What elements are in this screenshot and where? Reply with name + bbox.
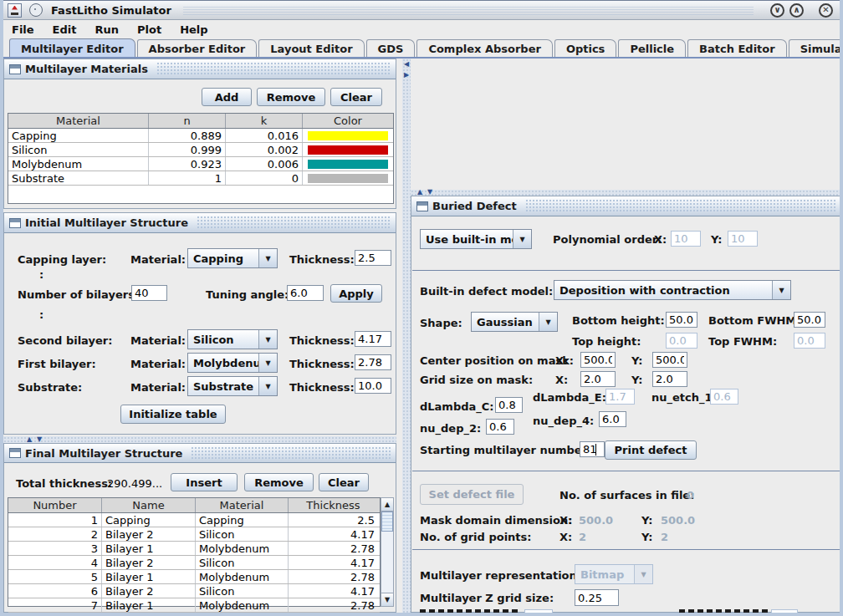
grid-x-field[interactable]	[580, 371, 616, 387]
tuning-angle-field[interactable]	[287, 285, 324, 301]
tab-simulation[interactable]: Simulation	[789, 39, 843, 57]
layer-row[interactable]: 3 Bilayer 1 Molybdenum 2.78	[8, 542, 380, 556]
materials-remove-button[interactable]: Remove	[257, 88, 325, 106]
clipped-label	[679, 609, 769, 613]
final-insert-button[interactable]: Insert	[171, 473, 238, 491]
collapse-up-icon[interactable]: ▲	[27, 436, 32, 443]
color-swatch[interactable]	[308, 160, 388, 169]
thickness-label: Thickness:	[289, 334, 355, 347]
menu-plot[interactable]: Plot	[137, 23, 161, 36]
starting-multilayer-field[interactable]	[580, 441, 605, 457]
title-bar[interactable]: FastLitho Simulator ∨ ∧ ✕	[3, 0, 840, 20]
collapse-left-icon[interactable]: ◀	[402, 61, 411, 68]
section-separator	[412, 471, 840, 471]
capping-thickness-field[interactable]	[355, 250, 391, 266]
col-header-material[interactable]: Material	[196, 498, 289, 512]
menu-edit[interactable]: Edit	[53, 23, 77, 36]
total-thickness-label: Total thickness:	[16, 477, 112, 490]
tab-optics[interactable]: Optics	[554, 39, 616, 57]
apply-button[interactable]: Apply	[330, 284, 382, 303]
final-clear-button[interactable]: Clear	[319, 473, 369, 491]
capping-material-combo[interactable]: Capping▼	[187, 248, 278, 268]
minimize-button[interactable]: ∨	[770, 3, 784, 18]
layer-row[interactable]: 2 Bilayer 2 Silicon 4.17	[8, 527, 380, 542]
center-x-field[interactable]	[580, 352, 616, 368]
col-header-k[interactable]: k	[226, 114, 303, 128]
tab-absorber-editor[interactable]: Absorber Editor	[137, 39, 258, 57]
top-fwhm-field	[794, 333, 825, 349]
second-bilayer-thickness-field[interactable]	[355, 331, 391, 347]
mask-domain-x-value: 500.0	[579, 514, 613, 527]
final-table-scrollbar[interactable]: ▲ ▼	[381, 497, 394, 607]
final-remove-button[interactable]: Remove	[244, 473, 314, 491]
scroll-down-icon[interactable]: ▼	[381, 593, 393, 606]
multilayer-representation-combo: Bitmap▼	[575, 564, 653, 584]
first-bilayer-material-combo[interactable]: Molybdenum▼	[187, 353, 278, 373]
second-bilayer-material-combo[interactable]: Silicon▼	[187, 329, 278, 349]
material-row[interactable]: Capping 0.889 0.016	[8, 129, 393, 143]
materials-add-button[interactable]: Add	[202, 88, 252, 106]
vertical-divider[interactable]: ◀ ▶	[402, 59, 411, 613]
app-icon[interactable]	[8, 3, 22, 18]
z-grid-size-field[interactable]	[575, 589, 619, 606]
shape-combo[interactable]: Gaussian▼	[471, 312, 558, 332]
left-horizontal-divider[interactable]: ▲ ▼	[3, 436, 396, 443]
tab-layout-editor[interactable]: Layout Editor	[258, 39, 364, 57]
scroll-up-icon[interactable]: ▲	[381, 498, 393, 512]
dlambda-c-field[interactable]	[495, 397, 523, 413]
col-header-name[interactable]: Name	[102, 498, 196, 512]
layer-row[interactable]: 7 Bilayer 1 Molybdenum 2.78	[8, 598, 380, 613]
layer-row[interactable]: 4 Bilayer 2 Silicon 4.17	[8, 556, 380, 570]
bottom-fwhm-field[interactable]	[794, 312, 825, 328]
col-header-thickness[interactable]: Thickness	[289, 498, 378, 512]
print-defect-button[interactable]: Print defect	[605, 440, 697, 460]
grid-y-field[interactable]	[652, 371, 687, 387]
col-header-n[interactable]: n	[149, 114, 226, 128]
col-header-material[interactable]: Material	[8, 114, 149, 128]
clipped-field	[771, 609, 798, 613]
color-swatch[interactable]	[308, 131, 388, 140]
defect-model-combo[interactable]: Use built-in model▼	[420, 229, 532, 249]
multilayer-materials-panel: Multilayer Materials Add Remove Clear Ma…	[3, 59, 396, 209]
center-y-field[interactable]	[652, 352, 687, 368]
layer-row[interactable]: 5 Bilayer 1 Molybdenum 2.78	[8, 570, 380, 584]
layer-row[interactable]: 1 Capping Capping 2.5	[8, 513, 380, 527]
nu-dep2-field[interactable]	[486, 419, 514, 435]
col-header-number[interactable]: Number	[8, 498, 102, 512]
materials-clear-button[interactable]: Clear	[330, 88, 382, 106]
menu-help[interactable]: Help	[180, 23, 207, 36]
tab-complex-absorber[interactable]: Complex Absorber	[416, 39, 553, 57]
substrate-thickness-field[interactable]	[355, 378, 391, 394]
num-bilayers-field[interactable]	[131, 285, 167, 301]
tab-gds[interactable]: GDS	[366, 39, 416, 57]
right-horizontal-divider[interactable]: ▲ ▼	[411, 190, 843, 196]
material-row[interactable]: Silicon 0.999 0.002	[8, 143, 393, 157]
bottom-height-field[interactable]	[666, 312, 697, 328]
layer-row[interactable]: 6 Bilayer 2 Silicon 4.17	[8, 584, 380, 598]
nu-dep4-field[interactable]	[599, 411, 626, 427]
scrollbar-thumb[interactable]	[381, 512, 393, 532]
collapse-down-icon[interactable]: ▼	[37, 436, 42, 443]
tab-pellicle[interactable]: Pellicle	[618, 39, 686, 57]
maximize-button[interactable]: ∧	[789, 3, 804, 18]
initialize-table-button[interactable]: Initialize table	[120, 405, 226, 424]
material-row[interactable]: Molybdenum 0.923 0.006	[8, 157, 393, 171]
color-swatch[interactable]	[308, 145, 388, 155]
first-bilayer-thickness-field[interactable]	[355, 354, 391, 370]
material-row[interactable]: Substrate 1 0	[8, 171, 393, 186]
color-swatch[interactable]	[308, 174, 388, 183]
collapse-up-icon[interactable]: ▲	[417, 189, 422, 196]
tab-multilayer-editor[interactable]: Multilayer Editor	[9, 38, 135, 57]
close-button[interactable]: ✕	[819, 3, 833, 18]
collapse-down-icon[interactable]: ▼	[427, 189, 432, 196]
nu-dep2-label: nu_dep_2:	[420, 422, 481, 435]
col-header-color[interactable]: Color	[303, 114, 393, 128]
builtin-model-combo[interactable]: Deposition with contraction▼	[554, 280, 791, 300]
collapse-right-icon[interactable]: ▶	[402, 72, 411, 79]
window-menu-icon[interactable]	[29, 3, 43, 17]
substrate-material-combo[interactable]: Substrate▼	[187, 376, 278, 396]
menu-run[interactable]: Run	[95, 23, 119, 36]
tab-batch-editor[interactable]: Batch Editor	[687, 39, 787, 57]
grid-points-label: No. of grid points:	[420, 531, 532, 543]
menu-file[interactable]: File	[12, 23, 34, 36]
